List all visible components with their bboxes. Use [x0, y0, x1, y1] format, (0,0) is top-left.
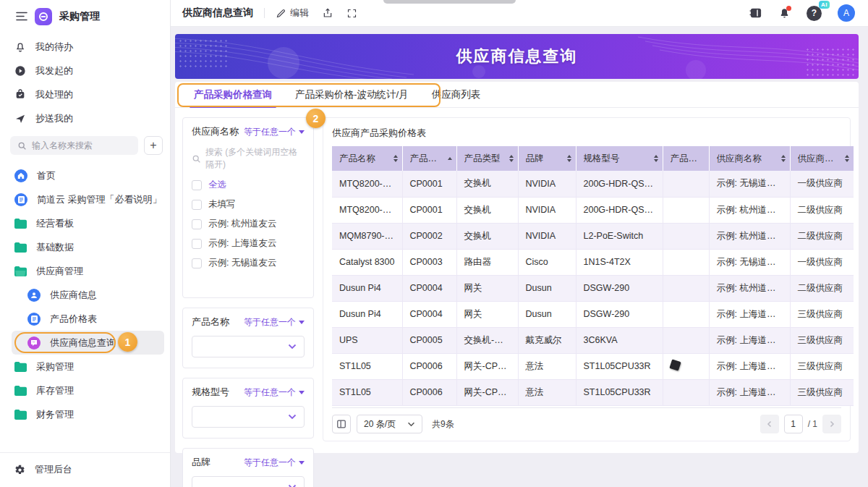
sidebar-item-my-processed[interactable]: 我处理的	[0, 82, 170, 106]
notifications-button[interactable]	[778, 7, 791, 20]
table-column-header[interactable]: 规格型号	[576, 146, 663, 171]
table-cell	[663, 275, 709, 301]
table-cell: 意法	[518, 379, 576, 405]
table-cell: 三级供应商	[790, 301, 854, 327]
filter-option[interactable]: 示例: 杭州道友云	[192, 214, 305, 234]
table-cell: DSGW-290	[576, 275, 663, 301]
table-column-header[interactable]: 供应商等级	[790, 146, 854, 171]
user-icon	[27, 289, 41, 302]
fullscreen-button[interactable]	[346, 8, 357, 19]
operator-label: 等于任意一个	[244, 316, 296, 329]
sidebar-item-supplier-management[interactable]: 供应商管理	[0, 259, 170, 283]
tab-supplier-list[interactable]: 供应商列表	[420, 82, 493, 107]
sidebar-item-my-initiated[interactable]: 我发起的	[0, 59, 170, 82]
checkbox[interactable]	[192, 239, 202, 249]
table-cell: CP0004	[402, 275, 456, 301]
column-settings-button[interactable]	[332, 415, 351, 433]
filter-select[interactable]	[192, 476, 305, 487]
filter-select[interactable]	[192, 406, 305, 428]
tab-price-fluctuation-monthly[interactable]: 产品采购价格-波动统计/月	[284, 82, 420, 107]
share-button[interactable]	[322, 7, 333, 19]
panel-body: 供应商名称 等于任意一个 搜索 (多个关键词用空格隔开)	[175, 108, 859, 453]
table-cell: CP0001	[402, 197, 456, 223]
filter-option[interactable]: 未填写	[192, 195, 305, 214]
sort-icon	[567, 155, 571, 162]
sidebar-item-supplier-info-query[interactable]: 供应商信息查询 1	[12, 331, 164, 355]
document-icon	[14, 193, 27, 206]
sidebar-item-procurement-management[interactable]: 采购管理	[0, 355, 170, 378]
sidebar-item-finance-management[interactable]: 财务管理	[0, 402, 170, 426]
prev-page-button[interactable]	[760, 415, 779, 433]
table-column-header[interactable]: 产品图片	[663, 146, 709, 171]
sidebar-item-label: 我的待办	[35, 41, 73, 54]
sidebar-search-input[interactable]: 输入名称来搜索	[10, 136, 138, 155]
column-label: 产品类型	[464, 153, 501, 165]
sidebar-item-guide[interactable]: 简道云 采购管理「必看说明」	[0, 187, 170, 211]
table-column-header[interactable]: 品牌	[518, 146, 576, 171]
checkbox[interactable]	[192, 258, 202, 268]
table-column-header[interactable]: 产品类型	[456, 146, 518, 171]
add-button[interactable]: +	[144, 136, 163, 155]
edit-button[interactable]: 编辑	[276, 7, 309, 20]
table-column-header[interactable]: 产品编码	[402, 146, 456, 171]
table-row: UPSCP0005交换机-电源戴克威尔3C6KVA示例: 上海道友云三级供应商	[332, 327, 854, 353]
search-icon	[192, 154, 201, 164]
chevron-down-icon	[288, 414, 297, 420]
sidebar-item-cc-to-me[interactable]: 抄送我的	[0, 106, 170, 130]
content: 供应商信息查询 产品采购价格查询 产品采购价格-波动统计/月 供应商列表 2	[171, 27, 868, 487]
checkbox[interactable]	[192, 219, 202, 229]
table-row: ST1L05CP0006网关-CPU芯片意法ST1L05CPU33R示例: 上海…	[332, 353, 854, 379]
table-cell: 交换机	[456, 197, 518, 223]
table-cell: 网关-CPU芯片	[456, 353, 518, 379]
sidebar-item-inventory-management[interactable]: 库存管理	[0, 378, 170, 402]
filter-option[interactable]: 示例: 上海道友云	[192, 234, 305, 253]
page-size-value: 20 条/页	[364, 418, 396, 431]
tab-label: 产品采购价格-波动统计/月	[295, 88, 409, 101]
next-page-button[interactable]	[822, 415, 841, 433]
sidebar-item-supplier-info[interactable]: 供应商信息	[0, 283, 170, 307]
filter-select[interactable]	[192, 336, 305, 357]
sidebar-item-home[interactable]: 首页	[0, 164, 170, 187]
checkbox[interactable]	[192, 200, 202, 210]
pencil-icon	[276, 8, 286, 19]
tab-product-purchase-price-query[interactable]: 产品采购价格查询	[182, 82, 284, 107]
table-cell	[663, 223, 709, 249]
operator-dropdown[interactable]: 等于任意一个	[244, 126, 305, 138]
table-cell: Catalyst 8300	[332, 249, 402, 275]
table-cell	[663, 301, 709, 327]
collapse-sidebar-icon[interactable]	[16, 12, 27, 21]
help-button[interactable]: ? AI	[807, 6, 822, 21]
banner-title: 供应商信息查询	[456, 46, 578, 67]
table-cell: ST1L05	[332, 353, 402, 379]
table-cell: 一级供应商	[790, 249, 854, 275]
current-page-input[interactable]: 1	[784, 415, 803, 433]
filter-option[interactable]: 示例: 无锡道友云	[192, 253, 305, 273]
table-cell: 示例: 杭州道友云	[709, 275, 790, 301]
table-column-header[interactable]: 产品名称	[332, 146, 402, 171]
annotation-step-1: 1	[118, 332, 137, 352]
filter-search-input[interactable]: 搜索 (多个关键词用空格隔开)	[192, 146, 305, 171]
table-cell: 路由器	[456, 249, 518, 275]
table-cell: CP0002	[402, 223, 456, 249]
sidebar-item-base-data[interactable]: 基础数据	[0, 235, 170, 259]
sidebar-item-my-todo[interactable]: 我的待办	[0, 35, 170, 59]
table-row: MTQ8200-HS2FCP0001交换机NVIDIA200G-HDR-QSFP…	[332, 171, 854, 197]
operator-dropdown[interactable]: 等于任意一个	[244, 316, 305, 329]
sidebar-item-admin-console[interactable]: 管理后台	[0, 460, 170, 480]
operator-dropdown[interactable]: 等于任意一个	[244, 457, 305, 469]
sidebar-item-business-dashboard[interactable]: 经营看板	[0, 211, 170, 235]
panel-toggle-button[interactable]	[749, 7, 762, 19]
sidebar-item-label: 采购管理	[36, 360, 74, 373]
product-image-chip[interactable]	[669, 359, 681, 370]
table-cell: 示例: 杭州道友云	[709, 223, 790, 249]
table-column-header[interactable]: 供应商名称	[709, 146, 790, 171]
page-size-select[interactable]: 20 条/页	[357, 415, 422, 433]
sidebar-item-product-price-list[interactable]: 产品价格表	[0, 307, 170, 331]
table-cell: Dusun Pi4	[332, 275, 402, 301]
user-avatar[interactable]: A	[838, 4, 855, 22]
play-icon	[14, 65, 26, 77]
table-cell: 示例: 上海道友云	[709, 327, 790, 353]
filter-option[interactable]: 全选	[192, 175, 305, 195]
operator-dropdown[interactable]: 等于任意一个	[244, 386, 305, 399]
checkbox[interactable]	[192, 180, 202, 190]
